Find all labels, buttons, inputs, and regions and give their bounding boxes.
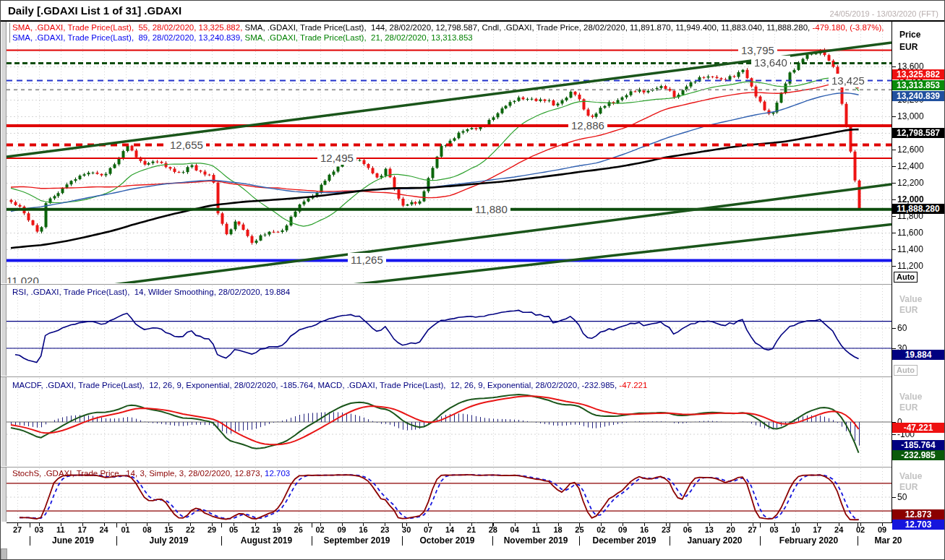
panel-handle-rsi[interactable] [1,285,7,376]
x-day-label: 15 [164,525,173,534]
x-day-label: 14 [445,525,454,534]
date-range-label: 24/05/2019 - 13/03/2020 (FFT) [830,9,938,18]
macd-axis-title: Value [899,392,922,402]
badge-sma-144: 12,798.587 [892,128,944,138]
month-separator [312,536,312,546]
x-month-label: July 2019 [149,535,188,546]
x-day-label: 27 [13,525,22,534]
month-separator [116,536,117,546]
rsi-legend[interactable]: RSI, .GDAXI, Trade Price(Last), 14, Wild… [12,288,290,297]
stoch-axis-title: Value [899,471,922,481]
x-day-label: 11 [56,525,65,534]
legend-segment: SMA, .GDAXI, Trade Price(Last), 21, 28/0… [242,33,472,42]
chart-title: Daily [.GDAXI List 1 of 31] .GDAXI [8,4,181,17]
legend-segment: RSI, .GDAXI, Trade Price(Last), 14, Wild… [12,288,290,296]
x-day-label: 24 [99,525,108,534]
annotation-label-13425: 13,425 [829,74,868,87]
x-day-label: 23 [380,525,389,534]
badge-sma-89: 13,240.839 [892,91,944,101]
x-day-label: 02 [315,525,324,534]
x-day-label: 06 [683,525,692,534]
price-axis-currency: EUR [899,42,918,52]
y-tick-price: 12,200 [897,178,924,188]
y-tick-rsi: 60 [897,323,907,333]
x-day-label: 02 [856,525,865,534]
x-day-label: 23 [662,525,670,534]
annotation-label-11020-clip: 11,020 [7,275,43,283]
panel-handle-macd[interactable] [1,377,7,466]
x-day-label: 03 [35,525,43,534]
rsi-axis-currency: EUR [899,305,918,315]
macd-axis-currency: EUR [899,402,918,413]
legend-segment: SMA, .GDAXI, Trade Price(Last), 144, 28/… [242,23,810,32]
x-day-label: 07 [424,525,432,534]
x-day-label: 12 [251,525,260,534]
month-separator [30,536,30,546]
x-day-label: 08 [142,525,151,534]
panel-handle-price[interactable] [1,22,7,283]
legend-segment: SMA, .GDAXI, Trade Price(Last), 89, 28/0… [12,33,242,42]
x-day-label: 27 [748,525,756,534]
chart-window: Daily [.GDAXI List 1 of 31] .GDAXI 24/05… [0,0,945,560]
month-separator [670,536,670,546]
x-day-label: 26 [294,525,303,534]
legend-segment: StochS, .GDAXI, Trade Price, 14, 3, Simp… [12,469,262,478]
x-day-label: 28 [489,525,497,534]
title-divider [1,20,945,21]
price-legend-row1[interactable]: SMA, .GDAXI, Trade Price(Last), 55, 28/0… [12,23,884,33]
badge-sma-55: 13,325.882 [892,69,944,79]
x-day-label: 17 [813,525,821,534]
x-day-label: 22 [186,525,194,534]
badge-macdf: -185.764 [892,440,944,450]
x-day-label: 21 [467,525,476,534]
panel-handle-stoch[interactable] [1,468,7,522]
x-month-label: October 2019 [419,535,474,546]
auto-scale-button-price[interactable]: Auto [894,272,918,283]
month-separator [579,536,580,546]
badge-stoch-d: 12.703 [892,520,944,530]
x-day-label: 11 [532,525,541,534]
x-month-label: Mar 20 [874,535,902,546]
x-month-label: August 2019 [241,535,292,546]
x-day-label: 02 [596,525,605,534]
rsi-axis-title: Value [899,294,922,304]
x-day-label: 25 [575,525,583,534]
x-day-label: 10 [791,525,800,534]
x-day-label: 16 [359,525,367,534]
x-day-label: 05 [229,525,238,534]
x-day-label: 19 [273,525,281,534]
annotation-label-12655: 12,655 [167,138,206,152]
y-tick-price: 11,600 [897,228,923,238]
y-tick-price: 12,600 [897,145,924,155]
badge-last-price: 11,888.280 [892,204,944,214]
y-tick-stoch: 50 [897,492,907,502]
x-day-label: 18 [553,525,562,534]
x-day-label: 24 [834,525,843,534]
y-tick-price: 13,000 [897,111,924,121]
legend-segment: -479.180, (-3.87%), [810,23,884,32]
stoch-legend[interactable]: StochS, .GDAXI, Trade Price, 14, 3, Simp… [12,469,290,478]
x-day-label: 16 [640,525,649,534]
annotation-label-11020: 11,020 [7,275,43,283]
annotation-label-13640: 13,640 [751,56,790,69]
month-separator [492,536,493,546]
y-tick-price: 12,400 [897,161,924,171]
auto-scale-button-rsi[interactable]: Auto [894,365,918,376]
x-month-label: September 2019 [323,535,390,546]
scrollbar-corner[interactable] [1,548,7,560]
badge-macd-hist: -47.221 [892,423,944,433]
x-day-label: 04 [510,525,519,534]
x-day-label: 03 [769,525,778,534]
month-separator [858,536,858,546]
x-day-label: 13 [705,525,714,534]
price-legend-row2[interactable]: SMA, .GDAXI, Trade Price(Last), 89, 28/0… [12,33,473,43]
badge-rsi-value: 19.884 [892,350,944,360]
badge-stoch-k: 12.873 [892,509,944,520]
month-separator [760,536,761,546]
x-day-label: 29 [208,525,216,534]
macd-legend[interactable]: MACDF, .GDAXI, Trade Price(Last), 12, 26… [12,381,647,390]
y-tick-price: 11,200 [897,261,923,271]
badge-sma-21: 13,313.853 [892,80,944,90]
x-day-label: 20 [727,525,735,534]
x-month-label: November 2019 [504,535,568,546]
